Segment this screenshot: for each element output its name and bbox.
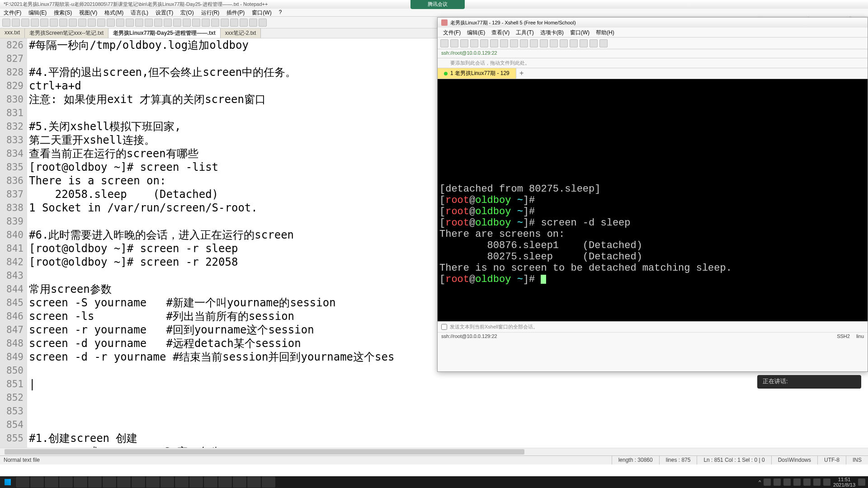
allchars-icon[interactable] (173, 19, 181, 27)
xs-lang-icon[interactable] (530, 39, 538, 47)
xs-newtab-button[interactable]: + (516, 68, 527, 79)
xs-menu-file[interactable]: 文件(F) (440, 28, 463, 36)
xs-reconnect-icon[interactable] (460, 39, 468, 47)
xs-help-icon[interactable] (599, 39, 608, 47)
print-icon[interactable] (59, 19, 67, 27)
task-app2[interactable] (103, 477, 116, 488)
menu-search[interactable]: 搜索(S) (50, 9, 75, 16)
task-app8[interactable] (204, 477, 217, 488)
menu-format[interactable]: 格式(M) (101, 9, 127, 16)
xs-full-icon[interactable] (560, 39, 568, 47)
menu-edit[interactable]: 编辑(E) (25, 9, 50, 16)
tray-network-icon[interactable] (803, 479, 811, 486)
pin-icon[interactable] (441, 60, 448, 66)
task-chrome[interactable] (88, 477, 102, 488)
xs-clear-icon[interactable] (520, 39, 528, 47)
save-icon[interactable] (21, 19, 29, 27)
task-edge[interactable] (59, 477, 73, 488)
stop-icon[interactable] (240, 19, 248, 27)
folder-icon[interactable] (192, 19, 200, 27)
wrap-icon[interactable] (164, 19, 172, 27)
cut-icon[interactable] (69, 19, 77, 27)
copy-icon[interactable] (78, 19, 86, 27)
zoomout-icon[interactable] (145, 19, 153, 27)
xs-terminal[interactable]: [detached from 80275.sleep] [root@oldboy… (438, 79, 868, 321)
hscroll-thumb[interactable] (5, 449, 524, 455)
funclist-icon[interactable] (202, 19, 210, 27)
tray-icon[interactable] (774, 479, 781, 486)
xs-xftp-icon[interactable] (590, 39, 598, 47)
xs-tab-1[interactable]: 1 老男孩Linux77期 - 129 (438, 68, 516, 79)
tray-icon[interactable] (764, 479, 771, 486)
task-app7[interactable] (189, 477, 203, 488)
xs-titlebar[interactable]: 老男孩Linux77期 - 129 - Xshell 5 (Free for H… (438, 18, 868, 28)
task-app6[interactable] (175, 477, 189, 488)
redo-icon[interactable] (107, 19, 115, 27)
hscrollbar[interactable] (0, 448, 868, 455)
menu-help[interactable]: ? (275, 9, 286, 16)
open-icon[interactable] (12, 19, 20, 27)
xs-send-all-checkbox[interactable] (441, 324, 447, 330)
task-app10[interactable] (233, 477, 246, 488)
task-app1[interactable] (74, 477, 87, 488)
xs-addressbar[interactable]: ssh://root@10.0.0.129:22 (438, 49, 868, 58)
closeall-icon[interactable] (50, 19, 58, 27)
xs-font-icon[interactable] (540, 39, 548, 47)
playback-icon[interactable] (249, 19, 257, 27)
tab-3[interactable]: xxx笔记-2.txt (221, 28, 261, 38)
menu-run[interactable]: 运行(R) (198, 9, 223, 16)
task-wechat[interactable] (132, 477, 145, 488)
saveall-icon[interactable] (31, 19, 39, 27)
docmap-icon[interactable] (211, 19, 219, 27)
xs-disconnect-icon[interactable] (470, 39, 478, 47)
xs-menu-edit[interactable]: 编辑(E) (464, 28, 488, 36)
new-icon[interactable] (2, 19, 10, 27)
xs-prop-icon[interactable] (480, 39, 488, 47)
record-icon[interactable] (221, 19, 229, 27)
menu-window[interactable]: 窗口(W) (248, 9, 275, 16)
zoomin-icon[interactable] (135, 19, 143, 27)
indent-icon[interactable] (183, 19, 191, 27)
xs-compose-bar[interactable]: 发送文本到当前Xshell窗口的全部会话。 (438, 321, 868, 332)
tray-volume-icon[interactable] (813, 479, 821, 486)
paste-icon[interactable] (88, 19, 96, 27)
tab-1[interactable]: 老男孩Screen笔记xxx--笔记.txt (25, 28, 108, 38)
task-explorer[interactable] (45, 477, 58, 488)
menu-macro[interactable]: 宏(O) (177, 9, 197, 16)
task-cortana[interactable] (30, 477, 44, 488)
xs-menu-tabs[interactable]: 选项卡(B) (538, 28, 566, 36)
tray-icon[interactable] (793, 479, 801, 486)
xs-menu-help[interactable]: 帮助(H) (593, 28, 617, 36)
tencent-meeting-badge[interactable]: 腾讯会议 (410, 0, 465, 9)
menu-lang[interactable]: 语言(L) (127, 9, 152, 16)
task-search[interactable] (16, 477, 29, 488)
tray-clock[interactable]: 11:512021/8/13 (833, 477, 855, 488)
task-app3[interactable] (117, 477, 131, 488)
find-icon[interactable] (116, 19, 124, 27)
tray-icon[interactable] (783, 479, 791, 486)
task-app5[interactable] (160, 477, 174, 488)
xs-new-icon[interactable] (440, 39, 448, 47)
xs-copy-icon[interactable] (490, 39, 498, 47)
xs-find-icon[interactable] (510, 39, 518, 47)
tray-chevron-icon[interactable]: ^ (759, 479, 761, 485)
xs-quickbar[interactable]: 要添加到此会话，拖动文件到此处。 (438, 58, 868, 68)
xs-menu-window[interactable]: 窗口(W) (567, 28, 592, 36)
savemacro-icon[interactable] (259, 19, 267, 27)
menu-settings[interactable]: 设置(T) (152, 9, 177, 16)
menu-view[interactable]: 视图(V) (75, 9, 101, 16)
undo-icon[interactable] (97, 19, 105, 27)
xs-color-icon[interactable] (550, 39, 558, 47)
xs-paste-icon[interactable] (500, 39, 508, 47)
xs-transparent-icon[interactable] (570, 39, 578, 47)
xs-menu-tools[interactable]: 工具(T) (513, 28, 536, 36)
tray-ime-icon[interactable] (823, 479, 830, 486)
play-icon[interactable] (230, 19, 238, 27)
xs-menu-view[interactable]: 查看(V) (489, 28, 512, 36)
task-app9[interactable] (218, 477, 232, 488)
menu-file[interactable]: 文件(F) (0, 9, 25, 16)
start-button[interactable] (0, 476, 15, 488)
tray-notifications-icon[interactable] (858, 479, 865, 486)
replace-icon[interactable] (126, 19, 134, 27)
menu-plugins[interactable]: 插件(P) (223, 9, 248, 16)
